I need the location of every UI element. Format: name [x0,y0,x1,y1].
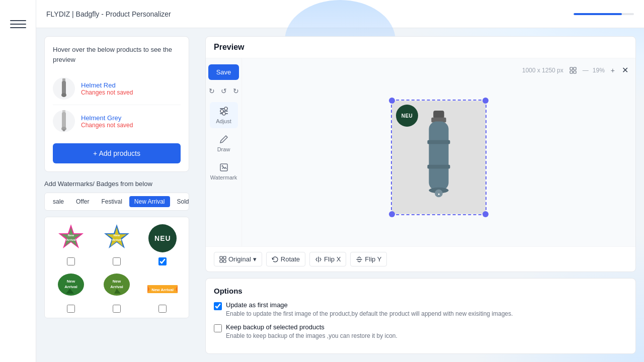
product-thumb-1 [53,77,75,100]
original-dropdown[interactable]: Original ▾ [214,252,262,266]
adjust-icon [219,106,229,116]
badge-item-2: New Arrival [96,222,137,265]
badge-img-6: New Arrival [146,269,179,302]
badge-item-1: New Arrival [50,222,92,265]
tool-adjust[interactable]: Adjust [210,102,238,128]
preview-title: Preview [214,43,627,52]
preview-card: Preview Save ↻ ↺ ↻ [205,36,636,272]
badge-checkbox-1[interactable] [67,257,75,265]
zoom-in-button[interactable]: + [609,65,617,75]
badge-checkbox-2[interactable] [113,257,121,265]
badge-img-2: New Arrival [101,222,133,254]
badge-img-1: New Arrival [55,222,87,254]
canvas-neu-badge: NEU [396,105,418,127]
preview-header: Preview [206,37,635,58]
svg-text:New: New [67,234,74,237]
option-desc-1: Enable to update the first image of the … [226,310,513,318]
products-card-description: Hover over the below products to see the… [53,45,181,64]
selection-handle-br[interactable] [482,211,489,217]
tab-new-arrival[interactable]: New Arrival [129,196,170,207]
svg-rect-37 [570,71,573,73]
selection-handle-tr[interactable] [482,98,489,104]
save-button[interactable]: Save [208,64,239,80]
option-checkbox-2[interactable] [214,324,222,332]
tab-festival[interactable]: Festival [96,196,127,207]
badge-img-3: NEU [146,222,179,254]
menu-icon[interactable] [10,20,26,32]
badge-checkbox-5[interactable] [113,305,121,313]
option-text-1: Update as first image Enable to update t… [226,301,513,318]
option-label-2: Keep backup of selected products [226,323,397,331]
fit-screen-button[interactable] [568,66,579,75]
svg-text:New: New [114,234,120,237]
badge-checkbox-4[interactable] [67,305,75,313]
badge-img-5: New Arrival [101,269,133,302]
svg-text:Arrival: Arrival [64,285,77,289]
rotate-icon [272,256,279,263]
undo-back-button[interactable]: ↺ [219,86,229,96]
canvas-selection-box[interactable]: NEU [391,100,487,215]
flip-x-button[interactable]: Flip X [309,252,346,266]
redo-button[interactable]: ↻ [231,86,241,96]
svg-rect-43 [427,140,450,144]
rotate-button[interactable]: Rotate [266,252,305,266]
undo-button[interactable]: ↻ [207,86,217,96]
product-name-2[interactable]: Helment Grey [81,114,181,122]
draw-icon [219,134,229,144]
svg-text:New: New [113,279,121,284]
svg-point-30 [224,107,227,110]
option-row-1: Update as first image Enable to update t… [214,301,627,318]
main-content: Hover over the below products to see the… [36,28,644,362]
product-name-1[interactable]: Helmet Red [81,81,181,89]
flip-y-button[interactable]: Flip Y [350,252,387,266]
original-label: Original [228,255,251,263]
badge-grid: New Arrival New Arrival [44,217,189,318]
svg-text:Arrival: Arrival [66,238,75,241]
svg-rect-6 [63,129,65,131]
option-label-1: Update as first image [226,301,513,309]
tab-sold-out[interactable]: Sold Out [172,196,189,207]
svg-rect-49 [223,256,226,259]
add-products-button[interactable]: + Add products [53,143,181,163]
rotate-label: Rotate [281,255,300,263]
selection-handle-bl[interactable] [389,211,395,217]
svg-rect-1 [62,81,66,95]
badge-item-3: NEU [142,222,184,265]
tool-draw[interactable]: Draw [210,130,238,156]
flip-y-icon [356,256,363,263]
flip-x-label: Flip X [324,255,341,263]
option-checkbox-1[interactable] [214,302,222,310]
product-info-1: Helmet Red Changes not saved [81,81,181,96]
canvas-dimensions: 1000 x 1250 px [522,67,564,74]
badge-checkbox-3[interactable] [158,257,167,265]
progress-bar [574,13,634,15]
svg-rect-40 [433,111,444,119]
sidebar [0,0,36,362]
canvas-viewport: 1000 x 1250 px — 19% + ✕ [242,58,635,246]
svg-rect-50 [220,260,222,262]
watermark-label: Watermark [210,174,237,180]
canvas-zoom: 19% [593,67,605,74]
product-status-2: Changes not saved [81,122,181,129]
flip-x-icon [315,256,322,263]
close-preview-button[interactable]: ✕ [621,64,629,76]
svg-point-34 [221,165,223,167]
product-info-2: Helment Grey Changes not saved [81,114,181,129]
canvas-top-bar: 1000 x 1250 px — 19% + ✕ [282,64,629,76]
option-row-2: Keep backup of selected products Enable … [214,323,627,340]
badge-img-4: New Arrival [55,269,87,302]
badge-checkbox-6[interactable] [158,305,167,313]
watermarks-section: Add Watermarks/ Badges from below sale O… [44,180,189,318]
svg-rect-44 [427,165,450,169]
app-title: FLYDIZ | Badgfly - Product Personalizer [46,10,171,18]
tab-offer[interactable]: Offer [71,196,94,207]
option-desc-2: Enable to keep backup of the images ,you… [226,332,397,340]
flip-y-label: Flip Y [365,255,381,263]
svg-rect-38 [574,71,576,73]
product-item-2: Helment Grey Changes not saved [53,105,181,137]
tab-sale[interactable]: sale [48,196,69,207]
tool-watermark[interactable]: Watermark [210,158,238,185]
svg-point-2 [61,93,66,97]
draw-label: Draw [217,146,230,152]
header: FLYDIZ | Badgfly - Product Personalizer [36,0,644,28]
